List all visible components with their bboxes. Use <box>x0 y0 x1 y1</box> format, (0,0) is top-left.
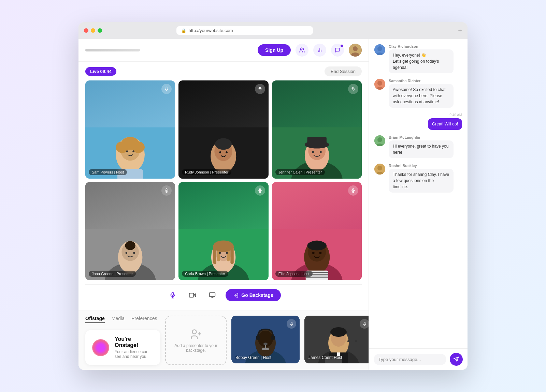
chat-input[interactable] <box>374 354 446 365</box>
mic-badge-3 <box>348 84 358 94</box>
chat-avatar-brian <box>374 135 385 146</box>
svg-point-45 <box>126 252 128 254</box>
chat-avatar-samantha <box>374 79 385 90</box>
offstage-tabs: Offstage Media Preferences <box>85 316 160 323</box>
avatar-samantha <box>374 79 385 90</box>
go-backstage-button[interactable]: Go Backstage <box>226 289 281 301</box>
pulse-icon <box>92 339 109 356</box>
bs-mic-icon-2 <box>362 322 367 326</box>
chat-icon-button[interactable] <box>331 44 344 57</box>
video-card-3: Jennifer Calen | Presenter <box>272 80 362 179</box>
stats-icon-button[interactable] <box>313 44 326 57</box>
camera-control-button[interactable] <box>186 289 199 302</box>
mic-badge-2 <box>255 84 265 94</box>
svg-point-60 <box>226 252 228 254</box>
svg-point-58 <box>213 240 234 252</box>
participant-visual-3 <box>272 80 362 179</box>
stage-header: Live 09:44 End Session <box>85 66 362 76</box>
mic-badge-6 <box>348 185 358 196</box>
svg-rect-36 <box>353 87 354 89</box>
mic-control-button[interactable] <box>166 289 179 302</box>
chat-text-content-5: Thanks for sharing Clay. I have a few qu… <box>393 171 449 190</box>
svg-point-0 <box>300 48 302 50</box>
mic-icon-3 <box>351 87 356 91</box>
traffic-lights <box>84 28 102 33</box>
svg-marker-81 <box>194 294 196 297</box>
svg-point-98 <box>263 343 268 345</box>
browser-content: Sign Up <box>78 39 468 370</box>
chat-text-1: Hey, everyone! 👋Let's get going on today… <box>389 49 454 73</box>
user-avatar[interactable] <box>349 44 362 57</box>
chat-text-5: Thanks for sharing Clay. I have a few qu… <box>389 169 454 193</box>
svg-point-119 <box>377 81 382 86</box>
bottom-strip: Offstage Media Preferences You're Onstag… <box>78 311 369 370</box>
svg-point-109 <box>347 340 349 342</box>
mic-icon-6 <box>351 188 356 193</box>
onstage-card: You're Onstage! Your audience can see an… <box>85 330 160 365</box>
add-presenter-card[interactable]: Add a presenter to your backstage. <box>165 316 227 365</box>
go-backstage-label: Go Backstage <box>241 292 273 298</box>
svg-rect-16 <box>166 87 168 89</box>
avatar-brian <box>374 135 385 146</box>
minimize-button[interactable] <box>91 28 95 33</box>
video-label-4: Jona Greene | Presenter <box>89 271 136 277</box>
bs-mic-icon-1 <box>289 322 294 326</box>
send-icon <box>454 357 459 362</box>
avatar-roshni <box>374 164 385 175</box>
svg-point-34 <box>312 151 314 153</box>
chat-message-3: 9:40 AM Great! Will do! <box>374 113 462 130</box>
svg-point-68 <box>307 241 326 250</box>
svg-rect-99 <box>291 322 292 324</box>
svg-rect-25 <box>259 87 261 89</box>
send-button[interactable] <box>450 353 463 366</box>
backstage-card-2: James Coent Host <box>304 316 369 363</box>
chat-message-1: Clay Richardson Hey, everyone! 👋Let's ge… <box>374 44 462 73</box>
people-icon-button[interactable] <box>296 44 308 57</box>
svg-point-59 <box>219 252 221 254</box>
add-presenter-label: Add a presenter to your backstage. <box>166 343 226 353</box>
chat-sender-1: Clay Richardson <box>389 44 454 48</box>
tab-media[interactable]: Media <box>112 316 125 323</box>
chat-text-4: Hi everyone, great to have you here! <box>389 140 454 158</box>
mic-control-icon <box>169 292 176 299</box>
bs-mic-badge-1 <box>287 319 296 329</box>
url-text: http://yourwebsite.com <box>188 28 233 33</box>
video-card-5: Carla Brown | Presenter <box>178 182 268 280</box>
video-grid: Sam Powers | Host <box>85 80 362 280</box>
svg-point-12 <box>121 137 139 150</box>
screen-share-button[interactable] <box>206 289 219 302</box>
mic-icon-1 <box>164 87 169 91</box>
nav-right: Sign Up <box>258 44 362 57</box>
svg-point-13 <box>126 150 128 152</box>
svg-point-70 <box>319 252 321 254</box>
backstage-icon <box>233 292 239 298</box>
tab-offstage[interactable]: Offstage <box>85 316 105 323</box>
chat-messages: Clay Richardson Hey, everyone! 👋Let's ge… <box>369 39 468 348</box>
stage-area: Live 09:44 End Session <box>78 62 369 311</box>
new-tab-button[interactable]: + <box>458 27 462 34</box>
signup-button[interactable]: Sign Up <box>258 44 291 56</box>
mic-badge-5 <box>255 185 265 196</box>
screen-share-icon <box>209 292 216 299</box>
svg-rect-75 <box>353 189 354 191</box>
svg-rect-96 <box>262 348 269 350</box>
tab-preferences[interactable]: Preferences <box>131 316 157 323</box>
chat-text-content-2: Awesome! So excited to chat with everyon… <box>393 87 449 105</box>
controls-bar: Go Backstage <box>85 284 362 306</box>
video-card-6: Ellie Jepsen | Host <box>272 182 362 280</box>
participant-visual-2 <box>178 80 268 179</box>
backstage-label-1: Bobby Green | Host <box>235 355 271 360</box>
svg-point-122 <box>377 137 382 142</box>
mic-icon-5 <box>258 188 262 193</box>
end-session-button[interactable]: End Session <box>325 66 362 76</box>
live-badge: Live 09:44 <box>85 67 116 76</box>
notification-badge <box>340 44 343 47</box>
close-button[interactable] <box>84 28 88 33</box>
browser-chrome: 🔒 http://yourwebsite.com + <box>78 22 468 39</box>
address-bar[interactable]: 🔒 http://yourwebsite.com <box>176 26 313 35</box>
maximize-button[interactable] <box>98 28 102 33</box>
svg-point-110 <box>355 340 357 342</box>
svg-point-87 <box>192 330 197 334</box>
svg-point-69 <box>312 252 315 254</box>
video-label-1: Sam Powers | Host <box>89 169 127 175</box>
